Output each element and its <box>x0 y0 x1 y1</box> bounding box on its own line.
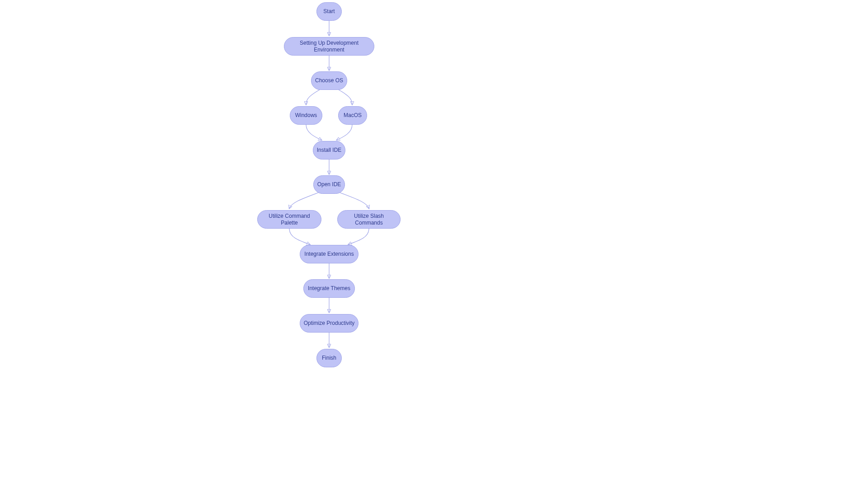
node-open-label: Open IDE <box>316 181 343 188</box>
node-themes-label: Integrate Themes <box>306 285 352 291</box>
node-opt: Optimize Productivity <box>300 314 359 333</box>
edge-open-palette <box>289 192 319 208</box>
node-start-label: Start <box>321 8 336 14</box>
edge-windows-install <box>306 125 321 140</box>
node-ext-label: Integrate Extensions <box>302 251 355 257</box>
node-choose: Choose OS <box>311 71 347 90</box>
edge-open-slash <box>340 192 369 208</box>
node-setup: Setting Up Development Environment <box>284 37 374 56</box>
node-palette-label: Utilize Command Palette <box>258 213 321 226</box>
node-finish: Finish <box>316 349 342 367</box>
edge-palette-ext <box>289 229 310 244</box>
edge-macos-install <box>337 125 352 140</box>
node-install-label: Install IDE <box>315 147 344 153</box>
node-palette: Utilize Command Palette <box>257 210 321 229</box>
edge-slash-ext <box>349 229 369 244</box>
node-install: Install IDE <box>313 141 345 160</box>
node-ext: Integrate Extensions <box>300 245 359 263</box>
node-macos: MacOS <box>338 106 367 125</box>
node-setup-label: Setting Up Development Environment <box>284 40 374 53</box>
edge-choose-macos <box>338 89 352 104</box>
node-start: Start <box>316 2 342 21</box>
node-slash-label: Utilize Slash Commands <box>338 213 400 226</box>
node-windows: Windows <box>290 106 322 125</box>
node-macos-label: MacOS <box>342 112 363 118</box>
node-slash: Utilize Slash Commands <box>337 210 401 229</box>
node-open: Open IDE <box>313 175 345 194</box>
node-opt-label: Optimize Productivity <box>302 320 357 326</box>
node-finish-label: Finish <box>320 355 338 361</box>
edges-layer <box>0 0 868 488</box>
flowchart-canvas: Start Setting Up Development Environment… <box>0 0 868 488</box>
edge-choose-windows <box>306 89 320 104</box>
node-themes: Integrate Themes <box>303 279 355 298</box>
node-windows-label: Windows <box>293 112 319 118</box>
node-choose-label: Choose OS <box>313 77 345 84</box>
